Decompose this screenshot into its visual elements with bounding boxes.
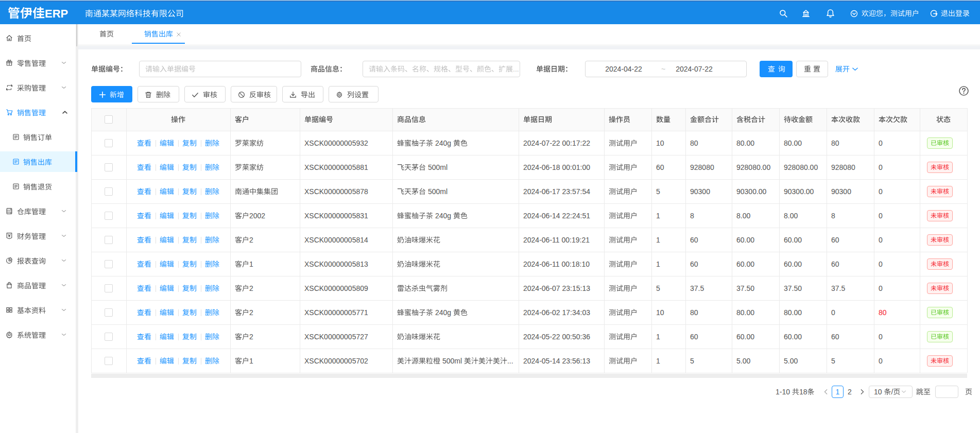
svg-text:500ml: 500ml <box>428 163 448 171</box>
svg-text:2: 2 <box>249 308 253 317</box>
svg-text:1-10: 1-10 <box>776 388 790 396</box>
svg-text:2: 2 <box>249 236 253 244</box>
svg-text:2: 2 <box>249 284 253 292</box>
svg-text:/: / <box>891 388 893 396</box>
svg-text:...: ... <box>507 357 513 365</box>
svg-text:2002: 2002 <box>249 212 265 220</box>
svg-text:10: 10 <box>874 388 882 396</box>
svg-text:...: ... <box>513 65 519 73</box>
svg-text:2: 2 <box>249 333 253 341</box>
svg-text:1: 1 <box>249 357 253 365</box>
svg-text:1: 1 <box>249 260 253 268</box>
svg-text:240g: 240g <box>435 139 451 147</box>
svg-text:500ml: 500ml <box>428 187 448 196</box>
svg-text:240g: 240g <box>435 308 451 317</box>
svg-text:500ml: 500ml <box>442 357 462 365</box>
svg-text:240g: 240g <box>435 212 451 220</box>
svg-text:18: 18 <box>799 388 807 396</box>
